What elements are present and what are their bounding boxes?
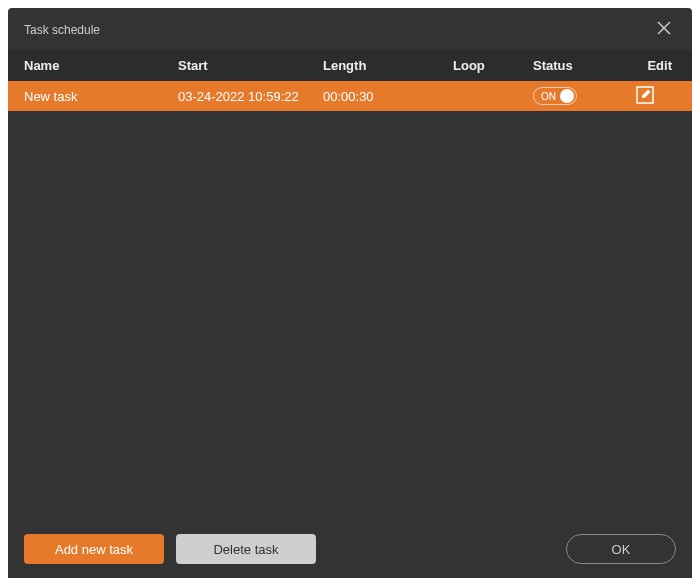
- edit-icon: [635, 85, 655, 108]
- task-length: 00:00:30: [318, 89, 448, 104]
- delete-task-button[interactable]: Delete task: [176, 534, 316, 564]
- task-edit: [623, 85, 692, 107]
- column-header-edit: Edit: [623, 56, 692, 75]
- close-button[interactable]: [652, 18, 676, 42]
- column-header-status: Status: [528, 56, 623, 75]
- toggle-knob: [560, 89, 574, 103]
- status-toggle[interactable]: ON: [533, 87, 577, 105]
- column-header-length: Length: [318, 56, 448, 75]
- column-header-start: Start: [148, 56, 318, 75]
- window-title: Task schedule: [24, 23, 100, 37]
- column-header-loop: Loop: [448, 56, 528, 75]
- column-header-name: Name: [8, 56, 148, 75]
- task-list-empty-area: [8, 111, 692, 520]
- table-header: Name Start Length Loop Status Edit: [8, 50, 692, 81]
- task-status: ON: [528, 87, 623, 105]
- task-name: New task: [8, 89, 148, 104]
- ok-button[interactable]: OK: [566, 534, 676, 564]
- add-new-task-button[interactable]: Add new task: [24, 534, 164, 564]
- titlebar: Task schedule: [8, 8, 692, 50]
- column-header-edit-label: Edit: [647, 58, 672, 73]
- status-toggle-label: ON: [541, 91, 556, 102]
- close-icon: [656, 20, 672, 40]
- task-start: 03-24-2022 10:59:22: [148, 89, 318, 104]
- footer: Add new task Delete task OK: [8, 520, 692, 578]
- task-row[interactable]: New task 03-24-2022 10:59:22 00:00:30 ON: [8, 81, 692, 111]
- edit-button[interactable]: [634, 85, 656, 107]
- task-schedule-window: Task schedule Name Start Length Loop Sta…: [8, 8, 692, 578]
